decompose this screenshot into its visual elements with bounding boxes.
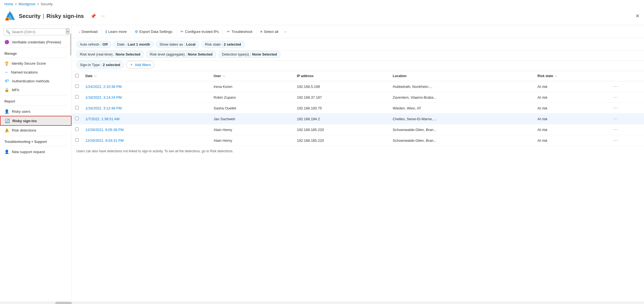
row-date-link-6[interactable]: 12/29/2021, 8:03:31 PM: [85, 138, 124, 143]
sidebar-item-label: Verifiable credentials (Preview): [12, 40, 61, 44]
sidebar-item-risky-users[interactable]: 👤 Risky users: [0, 107, 72, 116]
toolbar-more-button[interactable]: ···: [282, 28, 289, 35]
risk-level-aggregate-chip[interactable]: Risk level (aggregate) : None Selected: [146, 51, 216, 58]
row-checkbox-5[interactable]: [75, 127, 79, 131]
main-layout: 🔍 « 🟣 Verifiable credentials (Preview) M…: [0, 25, 644, 302]
add-filters-button[interactable]: ＋ Add filters: [126, 61, 154, 69]
risk-state-sort-icon[interactable]: ↑↓: [555, 75, 557, 78]
row-date-link-3[interactable]: 1/18/2022, 3:12:48 PM: [85, 106, 122, 110]
select-all-button[interactable]: ≡ Select all: [258, 28, 281, 35]
date-chip[interactable]: Date : Last 1 month: [114, 41, 154, 48]
risk-state-chip[interactable]: Risk state : 2 selected: [201, 41, 245, 48]
row-checkbox-1[interactable]: [75, 84, 79, 88]
risk-state-value: 2 selected: [224, 42, 241, 46]
table-row: 1/24/2022, 2:10:38 PM Irena Koren 192.16…: [72, 81, 644, 92]
risk-level-aggregate-prefix: Risk level (aggregate) :: [150, 52, 187, 56]
date-sort-icon[interactable]: ↑↓: [94, 75, 97, 78]
row-ip-4: 192.168.194.2: [294, 114, 389, 124]
risk-state-prefix: Risk state :: [205, 42, 223, 46]
learn-more-button[interactable]: ℹ Learn more: [103, 28, 129, 35]
row-actions-6: ···: [610, 135, 644, 146]
download-button[interactable]: ↓ Download: [76, 28, 100, 35]
row-checkbox-3[interactable]: [75, 106, 79, 109]
breadcrumb-home[interactable]: Home: [4, 2, 13, 6]
sign-in-type-prefix: Sign-in Type :: [80, 63, 102, 67]
row-user-2: Robin Zupanc: [210, 92, 294, 103]
sidebar-divider-manage: [4, 48, 67, 48]
row-risk-state-4: At risk: [534, 114, 610, 124]
row-menu-2[interactable]: ···: [613, 95, 618, 99]
sidebar-item-authentication-methods[interactable]: 💎 Authentication methods: [0, 77, 72, 85]
sidebar-item-named-locations[interactable]: ↔ Named locations: [0, 68, 72, 77]
row-risk-state-2: At risk: [534, 92, 610, 103]
row-checkbox-6[interactable]: [75, 138, 79, 142]
sidebar-item-mfa[interactable]: 🔒 MFA: [0, 85, 72, 94]
row-user-3: Sasha Ouellet: [210, 103, 294, 114]
row-date-link-2[interactable]: 1/18/2022, 3:14:24 PM: [85, 95, 122, 99]
sidebar-item-verifiable-credentials[interactable]: 🟣 Verifiable credentials (Preview): [0, 38, 72, 46]
toolbar-separator-5: [256, 29, 257, 34]
pin-button[interactable]: 📌: [89, 12, 97, 20]
row-date-1: 1/24/2022, 2:10:38 PM: [82, 81, 210, 92]
sidebar-item-risk-detections[interactable]: ⚠️ Risk detections: [0, 126, 72, 135]
more-options-button[interactable]: ···: [100, 12, 106, 20]
row-menu-6[interactable]: ···: [613, 138, 618, 143]
row-date-link-1[interactable]: 1/24/2022, 2:10:38 PM: [85, 85, 122, 89]
title-separator: |: [43, 13, 44, 19]
export-data-settings-button[interactable]: ⚙ Export Data Settings: [133, 28, 175, 35]
detection-types-chip[interactable]: Detection type(s) : None Selected: [218, 51, 281, 58]
table-row: 12/29/2021, 8:03:31 PM Alain Henry 192.1…: [72, 135, 644, 146]
collapse-sidebar-button[interactable]: «: [66, 28, 69, 34]
row-menu-3[interactable]: ···: [613, 106, 618, 110]
search-box[interactable]: 🔍: [3, 28, 68, 35]
add-filters-label: Add filters: [135, 63, 151, 67]
page-title-sub: Risky sign-ins: [46, 13, 84, 19]
row-risk-state-5: At risk: [534, 124, 610, 135]
row-user-4: Jan Sachweh: [210, 114, 294, 124]
configure-trusted-ips-button[interactable]: ✂ Configure trusted IPs: [178, 28, 221, 35]
configure-trusted-ips-label: Configure trusted IPs: [185, 30, 219, 34]
row-date-link-5[interactable]: 12/29/2021, 8:05:38 PM: [85, 128, 124, 132]
sidebar-item-new-support-request[interactable]: 👤 New support request: [0, 147, 72, 156]
row-user-6: Alain Henry: [210, 135, 294, 146]
learn-more-label: Learn more: [108, 30, 126, 34]
bottom-scrollbar[interactable]: [0, 302, 644, 304]
row-checkbox-cell-4: [72, 114, 82, 124]
troubleshoot-button[interactable]: ✂ Troubleshoot: [225, 28, 254, 35]
sidebar-divider-report-2: [4, 106, 67, 106]
row-checkbox-cell-6: [72, 135, 82, 146]
row-location-6: Schoenwalde-Glien, Bran...: [389, 135, 534, 146]
sidebar-item-risky-sign-ins[interactable]: 🔄 Risky sign-ins: [0, 116, 72, 126]
show-dates-prefix: Show dates as :: [159, 42, 185, 46]
header-risk-state: Risk state ↑↓: [534, 71, 610, 81]
gear-icon: ⚙: [135, 30, 138, 34]
auto-refresh-chip[interactable]: Auto refresh : Off: [76, 41, 111, 48]
row-menu-5[interactable]: ···: [613, 127, 618, 132]
breadcrumb-woodgrove[interactable]: Woodgrove: [19, 2, 35, 6]
filters-row-3: Sign-in Type : 2 selected ＋ Add filters: [72, 61, 644, 71]
troubleshoot-icon: ✂: [227, 29, 230, 34]
filters-row-2: Risk level (real-time) : None Selected R…: [72, 51, 644, 61]
sidebar-item-identity-secure-score[interactable]: 🏆 Identity Secure Score: [0, 59, 72, 68]
select-all-checkbox[interactable]: [75, 74, 79, 77]
risk-level-aggregate-value: None Selected: [188, 52, 213, 56]
sidebar-section-report: Report: [0, 97, 72, 104]
show-dates-as-chip[interactable]: Show dates as : Local: [156, 41, 199, 48]
sidebar-item-label: Risky sign-ins: [12, 119, 37, 123]
row-checkbox-4[interactable]: [75, 117, 79, 120]
user-sort-icon[interactable]: ↑↓: [223, 75, 225, 78]
export-data-settings-label: Export Data Settings: [139, 30, 172, 34]
row-checkbox-2[interactable]: [75, 95, 79, 99]
sidebar-divider-support-2: [4, 146, 67, 146]
close-button[interactable]: ✕: [635, 13, 640, 19]
breadcrumb-security: Security: [41, 2, 52, 6]
row-menu-4[interactable]: ···: [613, 116, 618, 121]
table-body: 1/24/2022, 2:10:38 PM Irena Koren 192.16…: [72, 81, 644, 146]
row-date-link-4[interactable]: 1/7/2022, 1:38:51 AM: [85, 117, 120, 121]
risk-level-realtime-chip[interactable]: Risk level (real-time) : None Selected: [76, 51, 144, 58]
sign-in-type-chip[interactable]: Sign-in Type : 2 selected: [76, 61, 124, 69]
row-risk-state-3: At risk: [534, 103, 610, 114]
row-menu-1[interactable]: ···: [613, 84, 618, 89]
search-input[interactable]: [12, 30, 66, 34]
bottom-scrollbar-thumb[interactable]: [55, 302, 72, 304]
